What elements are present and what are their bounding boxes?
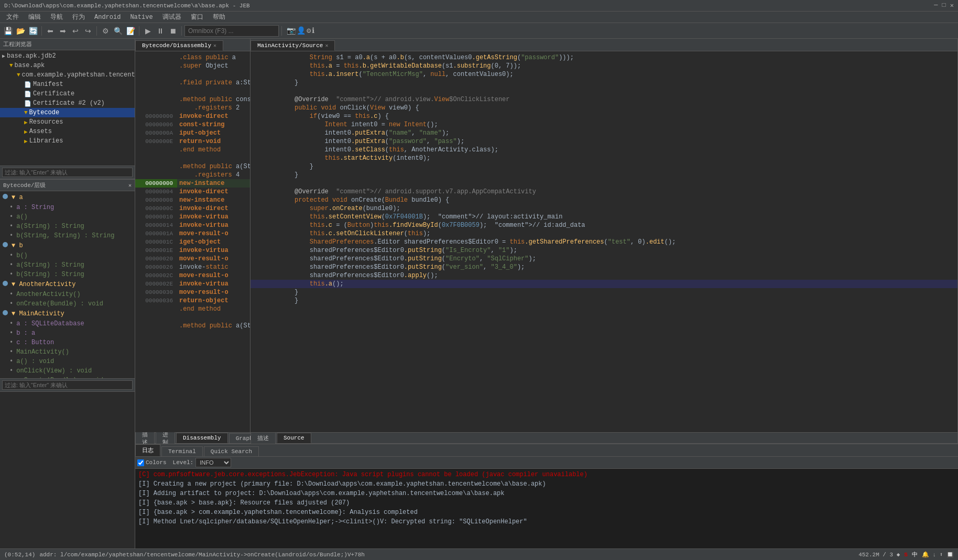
line-addr: 0000000E bbox=[135, 137, 177, 146]
bytecode-tree-item[interactable]: •a(String) : String bbox=[0, 222, 135, 231]
bytecode-tree-item[interactable]: •onCreate(Bundle) : void bbox=[0, 299, 135, 309]
bytecode-tree-item[interactable]: ▼ a bbox=[0, 192, 135, 203]
menu-item-导航[interactable]: 导航 bbox=[46, 12, 67, 23]
tree-item[interactable]: ▶Assets bbox=[0, 127, 135, 136]
maximize-btn[interactable]: □ bbox=[942, 2, 946, 9]
menu-item-帮助[interactable]: 帮助 bbox=[209, 12, 230, 23]
line-addr: 00000014 bbox=[135, 221, 177, 229]
bytecode-tree-item[interactable]: •a() bbox=[0, 212, 135, 222]
source-line: sharedPreferences$Editor0.putString("ver… bbox=[251, 263, 957, 271]
bytecode-tree-item[interactable]: ▼ AnotherActivity bbox=[0, 279, 135, 290]
bytecode-tree-close[interactable]: ✕ bbox=[128, 182, 132, 189]
toolbar-btn-8[interactable]: ⚙ bbox=[100, 25, 111, 37]
bytecode-tree-dot: • bbox=[9, 232, 13, 239]
svg-point-3 bbox=[3, 310, 8, 315]
tree-item[interactable]: 📄Certificate bbox=[0, 89, 135, 98]
tree-item[interactable]: ▶Libraries bbox=[0, 136, 135, 146]
source-bottom-tab[interactable]: 描述 bbox=[251, 432, 276, 444]
bytecode-tree-item[interactable]: ▼ MainActivity bbox=[0, 309, 135, 319]
bytecode-tree-dot: • bbox=[9, 271, 13, 278]
bytecode-tree-item[interactable]: •a(String) : String bbox=[0, 260, 135, 270]
tree-item[interactable]: ▼Bytecode bbox=[0, 108, 135, 117]
tree-item[interactable]: 📄Manifest bbox=[0, 80, 135, 89]
filter-input-2[interactable] bbox=[2, 380, 133, 390]
bytecode-tree-item[interactable]: •AnotherActivity() bbox=[0, 290, 135, 299]
tree-icon: 📄 bbox=[24, 100, 31, 107]
menu-item-Native[interactable]: Native bbox=[126, 13, 157, 22]
toolbar-btn-5[interactable]: ➡ bbox=[57, 25, 69, 37]
bytecode-tree-item[interactable]: •a : SQLiteDatabase bbox=[0, 319, 135, 328]
menu-item-窗口[interactable]: 窗口 bbox=[187, 12, 208, 23]
source-bottom-tab[interactable]: Source bbox=[277, 433, 311, 443]
toolbar-btn-7[interactable]: ↪ bbox=[82, 25, 94, 37]
line-content: return-void bbox=[177, 137, 250, 146]
colors-checkbox[interactable] bbox=[137, 459, 144, 466]
omnibox-input[interactable] bbox=[184, 25, 279, 37]
toolbar-btn-2[interactable]: 📂 bbox=[15, 25, 26, 37]
bytecode-line: 0000001Ciget-object bbox=[135, 238, 250, 246]
filter-input-1[interactable] bbox=[2, 168, 133, 177]
bytecode-tree-item[interactable]: •onClick(View) : void bbox=[0, 366, 135, 376]
bytecode-line: .super Object bbox=[135, 62, 250, 70]
bytecode-tree-item[interactable]: •b : a bbox=[0, 328, 135, 338]
toolbar-btn-6[interactable]: ↩ bbox=[70, 25, 81, 37]
bytecode-tree-dot: • bbox=[9, 261, 13, 269]
source-line: } bbox=[251, 79, 957, 87]
bytecode-tree-item[interactable]: •c : Button bbox=[0, 338, 135, 347]
toolbar-icon-settings: ⚙ bbox=[307, 26, 311, 35]
source-line: @Override "comment">// android.support.v… bbox=[251, 188, 957, 196]
menu-item-文件[interactable]: 文件 bbox=[2, 12, 23, 23]
log-tab-日志[interactable]: 日志 bbox=[135, 444, 160, 456]
source-line: SharedPreferences.Editor sharedPreferenc… bbox=[251, 238, 957, 246]
toolbar-btn-run[interactable]: ▶ bbox=[142, 25, 154, 37]
bytecode-tree-item[interactable]: •MainActivity() bbox=[0, 347, 135, 357]
menu-item-调试器[interactable]: 调试器 bbox=[158, 12, 186, 23]
source-tab[interactable]: MainActivity/Source ✕ bbox=[251, 40, 335, 51]
tree-item[interactable]: ▼base.apk bbox=[0, 61, 135, 70]
log-tab-quick-search[interactable]: Quick Search bbox=[204, 446, 259, 456]
bytecode-code-area[interactable]: .class public a.super Object.field priva… bbox=[135, 51, 250, 432]
menu-item-行为[interactable]: 行为 bbox=[68, 12, 89, 23]
tree-item[interactable]: 📄Certificate #2 (v2) bbox=[0, 98, 135, 108]
line-content: invoke-virtua bbox=[177, 213, 250, 221]
toolbar-btn-9[interactable]: 🔍 bbox=[112, 25, 124, 37]
bytecode-line: 0000002Cmove-result-o bbox=[135, 271, 250, 280]
menu-item-Android[interactable]: Android bbox=[90, 13, 125, 22]
bytecode-tree-item[interactable]: •b(String, String) : String bbox=[0, 231, 135, 240]
source-tab-close[interactable]: ✕ bbox=[325, 42, 328, 49]
tree-item[interactable]: ▶Resources bbox=[0, 117, 135, 127]
bytecode-bottom-tab[interactable]: Disassembly bbox=[176, 433, 228, 443]
toolbar-btn-10[interactable]: 📝 bbox=[125, 25, 136, 37]
title-bar: D:\Download\apps\com.example.yaphetshan.… bbox=[0, 0, 958, 12]
menu-item-编辑[interactable]: 编辑 bbox=[24, 12, 45, 23]
log-tab-terminal[interactable]: Terminal bbox=[161, 446, 203, 456]
level-select[interactable]: INFODEBUGWARNERROR bbox=[195, 458, 231, 467]
bytecode-tree-item[interactable]: •a : String bbox=[0, 203, 135, 212]
close-btn[interactable]: ✕ bbox=[950, 2, 954, 9]
toolbar-btn-pause[interactable]: ⏸ bbox=[155, 25, 166, 37]
line-addr: 00000010 bbox=[135, 213, 177, 221]
minimize-btn[interactable]: — bbox=[934, 2, 938, 9]
bytecode-tab[interactable]: Bytecode/Disassembly ✕ bbox=[135, 40, 223, 51]
toolbar-btn-4[interactable]: ⬅ bbox=[45, 25, 56, 37]
tree-item[interactable]: ▼com.example.yaphetshan.tencentwelcome bbox=[0, 70, 135, 80]
toolbar-btn-1[interactable]: 💾 bbox=[2, 25, 14, 37]
toolbar-btn-3[interactable]: 🔄 bbox=[27, 25, 39, 37]
bytecode-tree-item[interactable]: •b(String) : String bbox=[0, 270, 135, 279]
tree-item[interactable]: ▶base.apk.jdb2 bbox=[0, 51, 135, 61]
tree-label: com.example.yaphetshan.tencentwelcome bbox=[22, 71, 135, 79]
bytecode-tab-close[interactable]: ✕ bbox=[213, 42, 216, 49]
bytecode-tree-item[interactable]: •a() : void bbox=[0, 357, 135, 366]
bytecode-tree-dot: • bbox=[9, 300, 13, 308]
tree-label: Manifest bbox=[33, 81, 63, 88]
colors-label: Colors bbox=[146, 459, 167, 466]
colors-checkbox-label: Colors bbox=[137, 459, 167, 466]
svg-point-1 bbox=[3, 242, 8, 247]
bytecode-tree-item[interactable]: •b() bbox=[0, 251, 135, 260]
bytecode-tree-item[interactable]: ▼ b bbox=[0, 240, 135, 251]
log-line: [I] Method Lnet/sqlcipher/database/SQLit… bbox=[138, 517, 955, 526]
toolbar-btn-stop[interactable]: ⏹ bbox=[167, 25, 179, 37]
status-icon-s: S bbox=[904, 552, 908, 558]
line-addr: 00000026 bbox=[135, 263, 177, 271]
source-code-area[interactable]: String s1 = a0.a(s + a0.b(s, contentValu… bbox=[251, 51, 957, 432]
